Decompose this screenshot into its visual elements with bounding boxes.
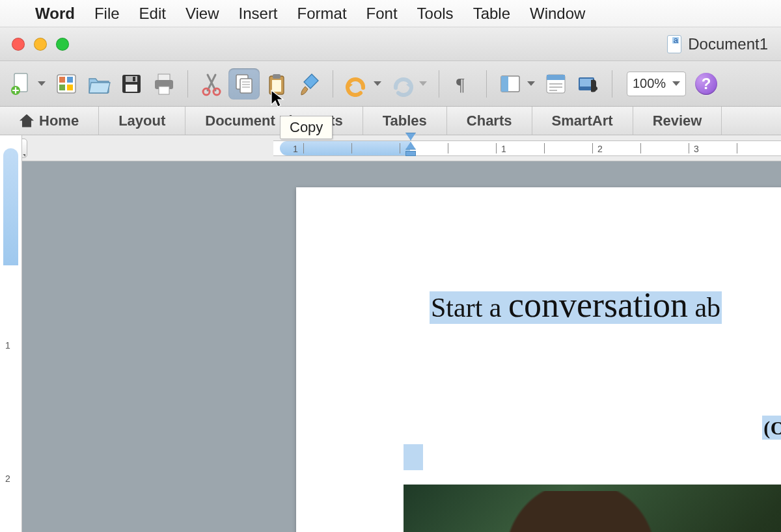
print-button[interactable] [148, 68, 180, 100]
media-icon [575, 71, 601, 97]
tab-smartart[interactable]: SmartArt [532, 107, 633, 135]
svg-point-15 [213, 88, 220, 95]
printer-icon [151, 71, 177, 97]
svg-rect-4 [67, 77, 73, 83]
undo-dropdown[interactable] [372, 81, 383, 86]
window-titlebar: Document1 [0, 27, 781, 61]
mac-menubar: Word File Edit View Insert Format Font T… [0, 0, 781, 27]
document-icon [667, 35, 681, 53]
floppy-disk-icon [118, 71, 144, 97]
indent-marker[interactable] [405, 133, 417, 155]
media-browser-button[interactable] [573, 68, 604, 100]
menu-font[interactable]: Font [366, 5, 398, 23]
document-page[interactable]: Start a conversation ab y (OR JUMP IN ON… [296, 187, 781, 532]
toolbar-separator [612, 70, 612, 98]
ruler-tick: 2 [597, 144, 603, 154]
paintbrush-icon [296, 71, 322, 97]
menu-insert[interactable]: Insert [239, 5, 278, 23]
traffic-lights [0, 38, 69, 51]
document-workspace: 1 2 Start a conversation ab y (OR JUMP I… [0, 161, 781, 532]
svg-rect-19 [273, 74, 281, 79]
svg-rect-8 [126, 76, 137, 82]
svg-rect-3 [59, 77, 65, 83]
redo-button[interactable] [387, 68, 418, 100]
selection-marker [404, 444, 423, 470]
window-title-group: Document1 [667, 35, 768, 53]
menu-tools[interactable]: Tools [417, 5, 454, 23]
help-button[interactable]: ? [695, 73, 717, 95]
new-dropdown[interactable] [36, 81, 47, 86]
svg-rect-11 [158, 74, 170, 81]
svg-rect-9 [133, 77, 135, 81]
templates-icon [53, 71, 79, 97]
sidebar-icon [497, 71, 523, 97]
chevron-down-icon [672, 81, 680, 86]
tab-home[interactable]: Home [0, 107, 99, 135]
tab-layout[interactable]: Layout [99, 107, 185, 135]
menubar-app[interactable]: Word [35, 5, 75, 23]
window-title: Document1 [688, 35, 768, 53]
svg-rect-17 [240, 79, 252, 93]
menu-edit[interactable]: Edit [139, 5, 166, 23]
ruler-bar: ⇥ 1 1 2 3 [0, 135, 781, 161]
clipboard-icon [264, 71, 290, 97]
document-content[interactable]: Start a conversation ab y (OR JUMP IN ON… [430, 285, 781, 532]
undo-button[interactable] [341, 68, 372, 100]
selected-text[interactable]: Start a conversation ab [430, 291, 722, 324]
svg-text:¶: ¶ [456, 74, 465, 94]
copy-button[interactable] [228, 68, 260, 100]
menu-view[interactable]: View [185, 5, 219, 23]
svg-rect-25 [547, 75, 565, 80]
scissors-icon [199, 71, 225, 97]
standard-toolbar: ¶ 100% ? [0, 61, 781, 107]
ruler-tick: 1 [293, 144, 298, 154]
menu-format[interactable]: Format [297, 5, 347, 23]
minimize-window-button[interactable] [34, 38, 47, 51]
close-window-button[interactable] [12, 38, 25, 51]
toolbar-separator [187, 70, 188, 98]
toolbar-separator [333, 70, 333, 98]
toolbox-button[interactable] [540, 68, 571, 100]
copy-tooltip: Copy [280, 116, 333, 139]
templates-button[interactable] [51, 68, 82, 100]
svg-rect-20 [272, 80, 281, 92]
ribbon-tabs: Home Layout Document Elements Tables Cha… [0, 107, 781, 135]
vertical-ruler[interactable]: 1 2 [0, 135, 22, 532]
format-painter-button[interactable] [294, 68, 325, 100]
tab-charts[interactable]: Charts [447, 107, 532, 135]
ruler-tick: 3 [694, 144, 699, 154]
vruler-tick: 1 [5, 340, 10, 351]
copy-icon [231, 71, 257, 97]
zoom-selector[interactable]: 100% [627, 72, 686, 96]
tab-document-elements[interactable]: Document Elements [185, 107, 363, 135]
pilcrow-icon: ¶ [451, 72, 474, 96]
zoom-window-button[interactable] [56, 38, 69, 51]
menu-window[interactable]: Window [530, 5, 585, 23]
sidebar-button[interactable] [495, 68, 526, 100]
horizontal-ruler[interactable]: 1 1 2 3 [273, 140, 781, 156]
save-button[interactable] [116, 68, 147, 100]
redo-dropdown[interactable] [418, 81, 428, 86]
ruler-tick: 1 [501, 144, 506, 154]
tab-tables[interactable]: Tables [363, 107, 447, 135]
open-button[interactable] [83, 68, 115, 100]
toolbar-separator [439, 70, 439, 98]
svg-rect-10 [126, 85, 137, 92]
sidebar-dropdown[interactable] [526, 81, 536, 86]
svg-rect-5 [59, 85, 65, 90]
cut-button[interactable] [196, 68, 227, 100]
new-document-button[interactable] [5, 68, 36, 100]
menu-table[interactable]: Table [473, 5, 510, 23]
document-image[interactable] [404, 485, 781, 532]
selected-text[interactable]: (OR JUMP IN ON AN ONGO [762, 416, 781, 440]
vruler-tick: 2 [5, 473, 10, 484]
new-doc-icon [8, 71, 34, 97]
redo-icon [389, 71, 415, 97]
show-formatting-button[interactable]: ¶ [447, 68, 478, 100]
toolbar-separator [486, 70, 487, 98]
menu-file[interactable]: File [94, 5, 120, 23]
tab-review[interactable]: Review [633, 107, 722, 135]
zoom-value: 100% [633, 76, 666, 91]
svg-point-14 [203, 88, 210, 95]
paste-button[interactable] [261, 68, 292, 100]
